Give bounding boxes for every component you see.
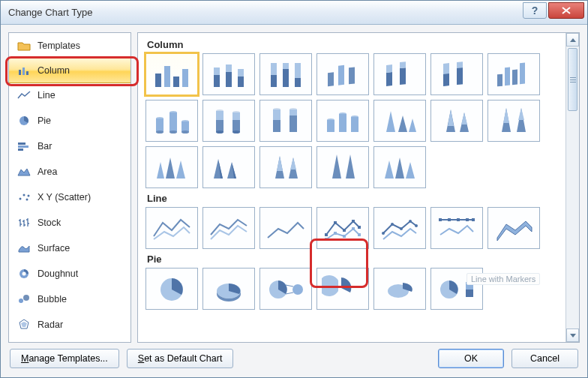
svg-rect-37 bbox=[386, 64, 392, 73]
sidebar-item-label: Line bbox=[38, 90, 56, 100]
chart-category-sidebar: Templates Column Line Pie bbox=[8, 32, 131, 343]
chart-thumb-stacked-line[interactable] bbox=[202, 207, 255, 249]
scroll-up-button[interactable] bbox=[566, 33, 579, 46]
svg-marker-99 bbox=[332, 154, 341, 178]
sidebar-item-templates[interactable]: Templates bbox=[9, 33, 130, 58]
help-button[interactable]: ? bbox=[523, 2, 547, 19]
svg-rect-5 bbox=[18, 146, 28, 148]
chart-thumb-3d-line[interactable] bbox=[488, 207, 540, 249]
chart-thumb-pie-of-pie[interactable] bbox=[260, 268, 312, 310]
svg-point-60 bbox=[216, 130, 224, 134]
vertical-scrollbar[interactable] bbox=[566, 33, 579, 342]
chart-thumb-3d-cone[interactable] bbox=[146, 146, 198, 188]
chart-thumb-clustered-column[interactable] bbox=[144, 52, 200, 97]
sidebar-item-radar[interactable]: Radar bbox=[9, 312, 130, 338]
sidebar-item-stock[interactable]: Stock bbox=[9, 210, 130, 236]
sidebar-item-column[interactable]: Column bbox=[8, 58, 131, 83]
svg-point-118 bbox=[415, 224, 418, 227]
svg-point-7 bbox=[20, 197, 22, 200]
svg-marker-85 bbox=[503, 108, 509, 123]
area-icon bbox=[16, 165, 32, 178]
close-button[interactable] bbox=[548, 2, 584, 19]
svg-marker-102 bbox=[395, 158, 404, 178]
svg-point-127 bbox=[292, 284, 303, 295]
chart-thumb-stacked-cone[interactable] bbox=[430, 100, 483, 142]
chart-thumb-line[interactable] bbox=[146, 207, 198, 249]
chart-thumb-100-stacked-line-markers[interactable] bbox=[430, 207, 483, 249]
svg-point-115 bbox=[391, 223, 394, 226]
svg-point-14 bbox=[23, 295, 29, 301]
sidebar-item-bubble[interactable]: Bubble bbox=[9, 286, 130, 312]
chart-thumb-100-stacked-column[interactable] bbox=[260, 53, 312, 95]
chart-thumb-3d-100-stacked-column[interactable] bbox=[430, 53, 483, 95]
change-chart-type-dialog: Change Chart Type ? Templates Column bbox=[0, 0, 588, 378]
svg-rect-47 bbox=[520, 62, 525, 84]
svg-rect-25 bbox=[238, 76, 244, 87]
svg-marker-103 bbox=[406, 162, 415, 178]
column-chart-grid bbox=[146, 53, 561, 188]
chart-thumb-stacked-cylinder[interactable] bbox=[202, 100, 255, 142]
sidebar-item-label: Bar bbox=[38, 141, 52, 152]
chart-thumb-100-stacked-cone[interactable] bbox=[488, 100, 540, 142]
sidebar-item-surface[interactable]: Surface bbox=[9, 236, 130, 261]
svg-rect-120 bbox=[448, 218, 451, 221]
svg-rect-33 bbox=[328, 72, 334, 86]
chart-thumb-pie[interactable] bbox=[146, 268, 198, 310]
chart-thumb-3d-column[interactable] bbox=[488, 53, 540, 95]
column-icon bbox=[16, 64, 32, 77]
scroll-down-button[interactable] bbox=[566, 328, 579, 342]
chart-thumb-3d-stacked-column[interactable] bbox=[374, 53, 426, 95]
chart-thumb-clustered-pyramid[interactable] bbox=[202, 146, 255, 188]
sidebar-item-line[interactable]: Line bbox=[9, 82, 130, 108]
scrollbar-thumb[interactable] bbox=[568, 48, 578, 111]
bubble-icon bbox=[16, 292, 32, 306]
cancel-button[interactable]: Cancel bbox=[512, 349, 578, 368]
chart-thumb-exploded-3d-pie[interactable] bbox=[374, 268, 426, 310]
svg-rect-34 bbox=[338, 65, 344, 86]
sidebar-item-area[interactable]: Area bbox=[9, 159, 130, 184]
sidebar-item-label: Surface bbox=[38, 243, 70, 254]
svg-point-116 bbox=[400, 227, 403, 230]
manage-templates-button[interactable]: Manage Templates... bbox=[10, 349, 119, 368]
chart-thumb-3d-pie[interactable] bbox=[202, 268, 255, 310]
svg-point-12 bbox=[22, 272, 26, 275]
chart-thumb-100-stacked-line[interactable] bbox=[260, 207, 312, 249]
svg-marker-89 bbox=[166, 158, 175, 178]
chart-thumb-100-stacked-cylinder[interactable] bbox=[260, 100, 312, 142]
chart-thumb-3d-clustered-column[interactable] bbox=[316, 53, 369, 95]
ok-button[interactable]: OK bbox=[438, 349, 504, 368]
chart-thumb-stacked-column[interactable] bbox=[202, 53, 255, 95]
svg-rect-20 bbox=[182, 69, 188, 87]
svg-rect-133 bbox=[466, 290, 473, 297]
sidebar-item-scatter[interactable]: X Y (Scatter) bbox=[9, 184, 130, 210]
svg-rect-70 bbox=[290, 116, 297, 132]
chart-thumb-3d-pyramid[interactable] bbox=[374, 146, 426, 188]
sidebar-item-label: Radar bbox=[38, 320, 63, 330]
svg-marker-96 bbox=[277, 156, 283, 171]
chart-thumb-exploded-pie[interactable] bbox=[316, 268, 369, 310]
set-default-chart-button[interactable]: Set as Default Chart bbox=[127, 349, 234, 368]
chart-thumb-clustered-cylinder[interactable] bbox=[146, 100, 198, 142]
sidebar-item-doughnut[interactable]: Doughnut bbox=[9, 261, 130, 286]
svg-rect-109 bbox=[325, 238, 328, 241]
chart-thumb-line-with-markers[interactable] bbox=[316, 207, 369, 249]
chart-thumb-stacked-line-markers[interactable] bbox=[374, 207, 426, 249]
svg-rect-39 bbox=[400, 62, 406, 68]
svg-marker-101 bbox=[385, 160, 394, 178]
folder-icon bbox=[16, 39, 32, 52]
svg-rect-0 bbox=[19, 70, 21, 75]
chart-thumb-100-stacked-pyramid[interactable] bbox=[316, 146, 369, 188]
svg-rect-43 bbox=[457, 68, 463, 85]
svg-rect-49 bbox=[156, 118, 164, 132]
svg-rect-59 bbox=[216, 120, 224, 132]
chart-thumb-clustered-cone[interactable] bbox=[374, 100, 426, 142]
chart-thumb-stacked-pyramid[interactable] bbox=[260, 146, 312, 188]
chart-tooltip: Line with Markers bbox=[466, 273, 540, 285]
svg-marker-98 bbox=[290, 158, 296, 170]
svg-rect-35 bbox=[349, 67, 355, 84]
sidebar-item-pie[interactable]: Pie bbox=[9, 108, 130, 134]
svg-rect-32 bbox=[295, 78, 301, 87]
sidebar-item-bar[interactable]: Bar bbox=[9, 134, 130, 159]
chart-thumb-3d-cylinder[interactable] bbox=[316, 100, 369, 142]
svg-rect-104 bbox=[325, 233, 328, 236]
